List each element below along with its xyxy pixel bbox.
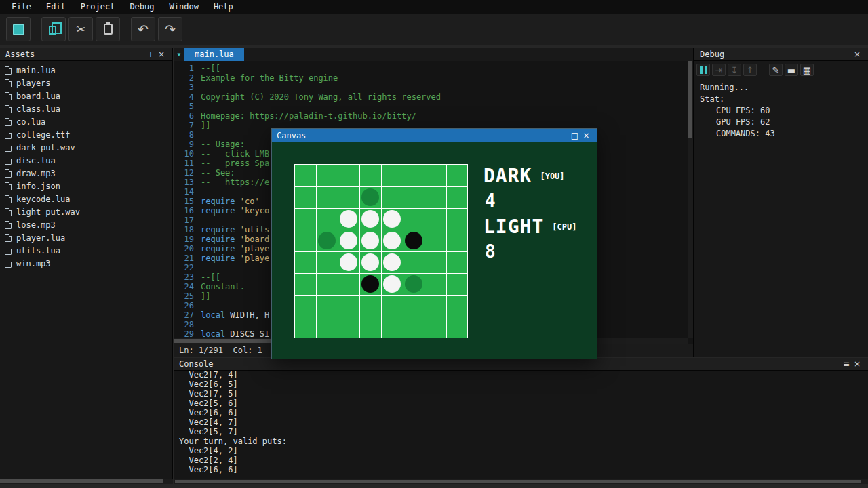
asset-label: players bbox=[16, 79, 51, 88]
asset-item[interactable]: info.json bbox=[0, 180, 172, 192]
menu-item-debug[interactable]: Debug bbox=[122, 0, 161, 14]
console-line: Vec2[4, 2] bbox=[179, 446, 863, 455]
valid-move-hint-disc[interactable] bbox=[405, 275, 422, 293]
maximize-icon[interactable]: □ bbox=[569, 131, 580, 140]
debug-stats: CPU FPS: 60GPU FPS: 62COMMANDS: 43 bbox=[700, 105, 863, 140]
menu-item-edit[interactable]: Edit bbox=[39, 0, 73, 14]
editor-vertical-scrollbar[interactable] bbox=[688, 61, 693, 338]
asset-item[interactable]: college.ttf bbox=[0, 128, 172, 141]
white-disc bbox=[383, 210, 401, 228]
undo-button[interactable]: ↶ bbox=[131, 17, 155, 41]
white-disc bbox=[383, 253, 401, 271]
console-line: Vec2[4, 7] bbox=[179, 418, 863, 427]
asset-item[interactable]: class.lua bbox=[0, 102, 172, 115]
asset-item[interactable]: players bbox=[0, 77, 172, 89]
asset-item[interactable]: light put.wav bbox=[0, 205, 172, 218]
asset-label: player.lua bbox=[16, 233, 65, 243]
console-line: Vec2[6, 6] bbox=[179, 408, 863, 418]
line-number: 6 bbox=[174, 111, 194, 121]
close-console-button[interactable]: × bbox=[852, 359, 863, 369]
debug-toolbar: ⇥↧↥✎▬▦ bbox=[694, 61, 868, 79]
asset-label: win.mp3 bbox=[16, 259, 51, 268]
minimize-icon[interactable]: – bbox=[557, 131, 569, 140]
file-icon bbox=[5, 182, 12, 190]
assets-horizontal-scrollbar[interactable] bbox=[0, 479, 173, 484]
paste-button[interactable] bbox=[96, 17, 120, 41]
board[interactable] bbox=[294, 164, 468, 338]
line-number: 21 bbox=[174, 253, 194, 263]
asset-item[interactable]: board.lua bbox=[0, 89, 172, 102]
file-icon bbox=[5, 66, 12, 75]
pattern-button[interactable]: ▦ bbox=[800, 64, 814, 76]
copy-button[interactable] bbox=[41, 17, 66, 41]
asset-label: utils.lua bbox=[16, 246, 60, 256]
code-line: 5 bbox=[174, 102, 688, 111]
line-number: 28 bbox=[174, 320, 194, 329]
line-number: 4 bbox=[174, 92, 194, 102]
menu-item-help[interactable]: Help bbox=[206, 0, 241, 14]
asset-item[interactable]: dark put.wav bbox=[0, 141, 172, 154]
valid-move-hint-disc[interactable] bbox=[318, 232, 336, 249]
assets-panel: Assets + × main.luaplayersboard.luaclass… bbox=[0, 48, 173, 479]
console-line: Vec2[5, 6] bbox=[179, 399, 863, 408]
asset-item[interactable]: utils.lua bbox=[0, 244, 172, 257]
asset-label: college.ttf bbox=[16, 130, 70, 140]
redo-arrow-icon: ↷ bbox=[165, 23, 176, 36]
close-icon[interactable]: × bbox=[580, 131, 592, 140]
line-number: 8 bbox=[174, 130, 194, 140]
redo-button[interactable]: ↷ bbox=[158, 17, 182, 41]
console-line: Vec2[2, 4] bbox=[179, 455, 863, 465]
assets-title: Assets bbox=[5, 49, 145, 59]
asset-item[interactable]: disc.lua bbox=[0, 154, 172, 167]
menu-item-file[interactable]: File bbox=[4, 0, 39, 14]
file-icon bbox=[5, 221, 12, 229]
line-number: 17 bbox=[174, 216, 194, 225]
line-number: 16 bbox=[174, 206, 194, 216]
canvas-window: Canvas – □ × DARK [YOU] 4 LIGHT [CPU] 8 bbox=[271, 128, 597, 359]
cut-button[interactable]: ✂ bbox=[68, 17, 93, 41]
fill-button[interactable]: ▬ bbox=[785, 64, 798, 76]
tab-dropdown-icon[interactable]: ▼ bbox=[174, 52, 184, 58]
console-horizontal-scrollbar[interactable] bbox=[174, 479, 868, 484]
asset-label: disc.lua bbox=[16, 156, 56, 165]
close-assets-button[interactable]: × bbox=[156, 49, 167, 59]
file-icon bbox=[5, 131, 12, 139]
run-button[interactable] bbox=[6, 17, 31, 41]
scrollbar-thumb[interactable] bbox=[175, 480, 861, 483]
line-number: 23 bbox=[174, 272, 194, 282]
asset-item[interactable]: keycode.lua bbox=[0, 192, 172, 205]
tab-main-lua[interactable]: main.lua bbox=[184, 48, 244, 61]
scrollbar-thumb[interactable] bbox=[0, 479, 163, 483]
close-debug-button[interactable]: × bbox=[852, 49, 863, 59]
scrollbar-thumb[interactable] bbox=[688, 61, 692, 138]
valid-move-hint-disc[interactable] bbox=[361, 188, 379, 206]
line-number: 19 bbox=[174, 235, 194, 244]
editor-tabbar: ▼ main.lua bbox=[174, 48, 693, 61]
canvas-titlebar[interactable]: Canvas – □ × bbox=[272, 129, 597, 142]
menu-bar: FileEditProjectDebugWindowHelp bbox=[0, 0, 868, 14]
asset-item[interactable]: lose.mp3 bbox=[0, 218, 172, 231]
white-disc bbox=[383, 232, 401, 249]
step-into-button: ↧ bbox=[728, 64, 741, 76]
line-number: 11 bbox=[174, 159, 194, 168]
console-line: Your turn, valid puts: bbox=[179, 436, 863, 446]
file-icon bbox=[5, 105, 12, 113]
menu-item-project[interactable]: Project bbox=[73, 0, 123, 14]
edit-button[interactable]: ✎ bbox=[769, 64, 783, 76]
line-number: 20 bbox=[174, 244, 194, 253]
canvas-title: Canvas bbox=[277, 131, 557, 140]
menu-item-window[interactable]: Window bbox=[162, 0, 206, 14]
stat-line: CPU FPS: 60 bbox=[716, 105, 863, 117]
pause-button[interactable] bbox=[696, 64, 710, 76]
asset-item[interactable]: win.mp3 bbox=[0, 257, 172, 270]
console-list-icon[interactable]: ≡ bbox=[841, 359, 852, 369]
asset-item[interactable]: player.lua bbox=[0, 231, 172, 244]
game-view: DARK [YOU] 4 LIGHT [CPU] 8 bbox=[272, 142, 597, 359]
asset-item[interactable]: draw.mp3 bbox=[0, 167, 172, 180]
asset-item[interactable]: co.lua bbox=[0, 115, 172, 128]
stat-line: COMMANDS: 43 bbox=[716, 128, 863, 140]
asset-item[interactable]: main.lua bbox=[0, 64, 172, 77]
file-icon bbox=[5, 195, 12, 203]
add-asset-button[interactable]: + bbox=[145, 49, 156, 59]
file-icon bbox=[5, 260, 12, 268]
